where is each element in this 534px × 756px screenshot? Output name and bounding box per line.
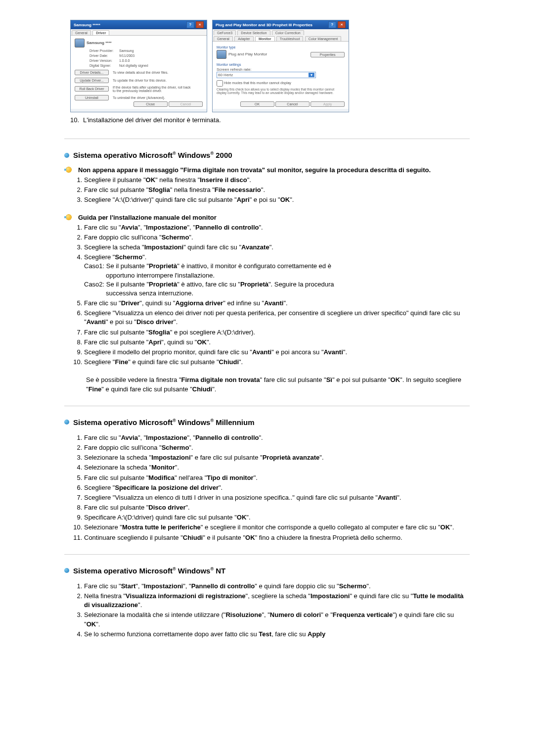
heading-winnt: Sistema operativo Microsoft® Windows® NT: [64, 567, 470, 575]
win2000-manual-steps: Fare clic su "Avvia", "Impostazione", "P…: [69, 223, 470, 367]
tab-color-management[interactable]: Color Management: [305, 36, 342, 41]
device-label: Samsung ****: [87, 41, 112, 45]
winme-steps: Fare clic su "Avvia", "Impostazione", "P…: [69, 433, 470, 542]
update-driver-button[interactable]: Update Driver...: [75, 78, 109, 83]
bullet-icon: [64, 153, 69, 158]
uninstall-button[interactable]: Uninstall: [75, 95, 109, 100]
win2000-quick-steps: Scegliere il pulsante "OK" nella finestr…: [69, 176, 470, 205]
dialog-screenshots: Samsung ***** ? × General Driver Samsung…: [70, 20, 470, 112]
bullet-icon: [64, 420, 69, 425]
driver-details-button[interactable]: Driver Details...: [75, 70, 109, 75]
close-icon[interactable]: ×: [338, 21, 346, 28]
dialog2-titlebar: Plug and Play Monitor and 3D Prophet III…: [213, 20, 349, 29]
dialog1-tabs: General Driver: [71, 29, 207, 36]
win2000-intro: Non appena appare il messaggio "Firma di…: [78, 166, 470, 174]
monitor-properties-dialog: Plug and Play Monitor and 3D Prophet III…: [212, 20, 349, 112]
window-buttons: ? ×: [186, 21, 204, 28]
tab-driver[interactable]: Driver: [92, 30, 109, 35]
cancel-button2[interactable]: Cancel: [275, 101, 310, 107]
monitor-icon: [217, 50, 226, 59]
tab-device-selection[interactable]: Device Selection: [237, 30, 270, 35]
heading-win2000: Sistema operativo Microsoft® Windows® 20…: [64, 151, 470, 159]
step-10-conclusion: 10. L'installazione del driver del monit…: [64, 116, 470, 124]
bullet-icon: [64, 568, 69, 573]
tab-geforce[interactable]: GeForce3: [214, 30, 236, 35]
help-icon[interactable]: ?: [186, 21, 194, 28]
page-content: Samsung ***** ? × General Driver Samsung…: [54, 0, 480, 667]
tab-general[interactable]: General: [72, 30, 91, 35]
heading-winme: Sistema operativo Microsoft® Windows® Mi…: [64, 418, 470, 426]
close-button[interactable]: Close: [134, 101, 168, 107]
winnt-steps: Fare clic su "Start", "Impostazioni", "P…: [69, 582, 470, 639]
tab-troubleshoot[interactable]: Troubleshoot: [276, 36, 304, 41]
note-icon: [64, 166, 74, 173]
chevron-down-icon: ▾: [309, 73, 314, 77]
tab-general2[interactable]: General: [214, 36, 233, 41]
refresh-rate-dropdown[interactable]: 60 Hertz ▾: [217, 72, 316, 78]
driver-properties-dialog: Samsung ***** ? × General Driver Samsung…: [70, 20, 207, 112]
tab-color-correction[interactable]: Color Correction: [272, 30, 304, 35]
dialog1-title: Samsung *****: [74, 23, 100, 27]
dialog2-title: Plug and Play Monitor and 3D Prophet III…: [216, 23, 312, 27]
cancel-button[interactable]: Cancel: [169, 101, 203, 107]
close-icon[interactable]: ×: [196, 21, 204, 28]
rollback-driver-button[interactable]: Roll Back Driver: [75, 86, 109, 92]
help-icon[interactable]: ?: [328, 21, 336, 28]
divider: [64, 554, 470, 555]
tab-adapter[interactable]: Adapter: [234, 36, 254, 41]
ok-button[interactable]: OK: [240, 101, 274, 107]
monitor-icon: [75, 39, 85, 47]
dialog1-titlebar: Samsung ***** ? ×: [71, 20, 207, 29]
tab-monitor[interactable]: Monitor: [255, 36, 275, 41]
win2000-note: Se è possibile vedere la finestra "Firma…: [86, 376, 470, 393]
divider: [64, 139, 470, 139]
dialog1-body: Samsung **** Driver Provider:Samsung Dri…: [71, 36, 207, 109]
divider: [64, 406, 470, 406]
note-icon: [64, 214, 74, 221]
properties-button[interactable]: Properties: [311, 52, 345, 57]
apply-button[interactable]: Apply: [311, 101, 345, 107]
win2000-guide-heading: Guida per l'installazione manuale del mo…: [78, 214, 470, 221]
hide-modes-checkbox[interactable]: [217, 80, 223, 87]
